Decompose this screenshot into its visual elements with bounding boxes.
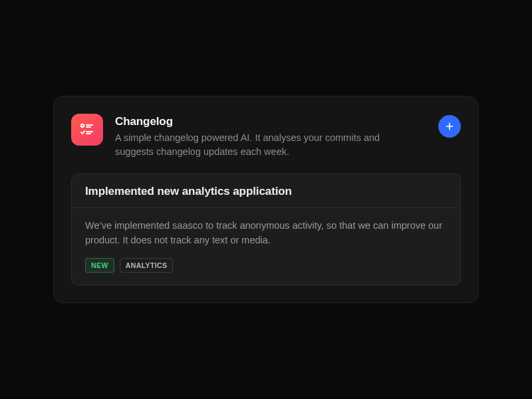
- card-header: Changelog A simple changelog powered AI.…: [71, 114, 461, 159]
- changelog-entry[interactable]: Implemented new analytics application We…: [71, 174, 461, 286]
- plus-icon: [444, 121, 455, 132]
- card-title: Changelog: [115, 115, 426, 128]
- checklist-icon: [79, 122, 95, 138]
- tag-analytics[interactable]: ANALYTICS: [120, 258, 174, 273]
- entry-header: Implemented new analytics application: [72, 174, 460, 208]
- changelog-app-icon: [71, 114, 103, 146]
- card-subtitle: A simple changelog powered AI. It analys…: [115, 131, 421, 159]
- entry-body: We’ve implemented saasco to track anonym…: [72, 208, 460, 285]
- entry-title: Implemented new analytics application: [85, 185, 447, 198]
- header-text-block: Changelog A simple changelog powered AI.…: [115, 114, 426, 159]
- entry-tags: NEW ANALYTICS: [85, 258, 447, 273]
- entry-description: We’ve implemented saasco to track anonym…: [85, 219, 447, 248]
- add-entry-button[interactable]: [438, 115, 461, 138]
- changelog-card: Changelog A simple changelog powered AI.…: [53, 96, 479, 304]
- tag-new[interactable]: NEW: [85, 258, 114, 273]
- svg-rect-0: [81, 124, 84, 127]
